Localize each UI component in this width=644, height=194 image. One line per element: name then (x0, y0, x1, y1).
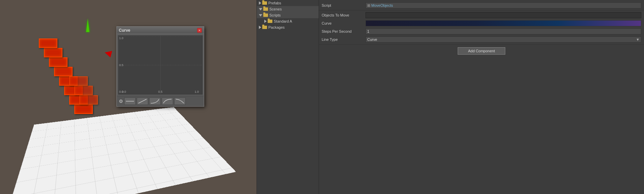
y-label-mid: 0.5 (119, 63, 124, 67)
divider-2 (319, 44, 644, 45)
script-name: MoveObjects (371, 3, 393, 7)
folder-icon-scenes (263, 7, 268, 11)
inspector-panel: Script ⊞ MoveObjects Objects To Move Cur… (319, 0, 644, 194)
script-label: Script (322, 3, 366, 7)
x-label-left: 0.0 (122, 90, 126, 93)
project-item-scenes[interactable]: Scenes (257, 6, 319, 12)
preset-ease-in-button[interactable] (149, 98, 161, 105)
collapse-icon-prefabs (259, 1, 261, 5)
x-label-right: 1.0 (194, 90, 199, 93)
curve-y-labels: 1.0 0.5 0.0 (119, 36, 124, 94)
folder-icon-standard (268, 20, 272, 23)
preset-flat-button[interactable] (124, 98, 136, 105)
line-type-text: Curve (367, 37, 377, 41)
project-label-prefabs: Prefabs (268, 1, 281, 5)
block-10 (74, 86, 93, 95)
expand-icon-scenes (259, 8, 262, 10)
curve-graph-area[interactable]: 1.0 0.5 0.0 0.0 0.5 1.0 (118, 35, 203, 94)
curve-x-labels: 0.0 0.5 1.0 (122, 90, 199, 94)
objects-row: Objects To Move (319, 11, 644, 19)
curve-row: Curve (319, 19, 644, 27)
curve-grid (118, 36, 202, 94)
floor-grid (4, 107, 236, 194)
preset-ease-out-button[interactable] (162, 98, 173, 105)
block-11 (69, 76, 88, 86)
block-8 (39, 38, 57, 48)
line-type-row: Line Type Curve ▼ (319, 35, 644, 44)
preset-rise-button[interactable] (137, 98, 148, 105)
block-9 (79, 95, 98, 105)
script-value[interactable]: ⊞ MoveObjects (366, 2, 641, 8)
project-label-scenes: Scenes (269, 7, 282, 11)
dropdown-arrow-icon: ▼ (636, 37, 640, 41)
folder-icon-scripts (263, 13, 268, 17)
collapse-icon-packages (259, 26, 261, 29)
move-handle-y[interactable] (86, 19, 89, 32)
divider-1 (319, 10, 644, 10)
project-item-standard[interactable]: Standard A (257, 18, 319, 24)
line-type-value[interactable]: Curve ▼ (366, 36, 641, 43)
folder-icon-packages (262, 26, 267, 29)
project-label-scripts: Scripts (269, 13, 281, 17)
stair-blocks (41, 7, 115, 135)
block-6 (49, 57, 68, 67)
block-1 (74, 105, 93, 114)
curve-presets-bar: ⚙ (117, 96, 204, 106)
y-label-top: 1.0 (119, 36, 124, 40)
curve-titlebar: Curve × (117, 27, 204, 34)
script-link-arrow: ⊞ (367, 3, 370, 8)
viewport-floor (4, 107, 236, 194)
project-item-prefabs[interactable]: Prefabs (257, 0, 319, 6)
block-7 (44, 48, 62, 57)
steps-label: Steps Per Second (322, 29, 366, 33)
steps-value[interactable]: 1 (366, 28, 641, 34)
objects-label: Objects To Move (322, 13, 366, 17)
expand-icon-scripts (259, 14, 262, 17)
steps-number: 1 (367, 29, 369, 33)
preset-fall-button[interactable] (174, 98, 186, 105)
block-5 (54, 67, 73, 76)
line-type-label: Line Type (322, 37, 366, 41)
project-panel: Prefabs Scenes Scripts Standard A Packag… (257, 0, 319, 194)
curve-preview[interactable] (366, 20, 641, 26)
svg-line-1 (138, 99, 146, 103)
project-item-packages[interactable]: Packages (257, 24, 319, 30)
curve-settings-icon[interactable]: ⚙ (119, 99, 123, 104)
project-label-standard: Standard A (274, 19, 292, 23)
curve-dialog-title: Curve (119, 28, 130, 33)
viewport[interactable]: Curve × 1.0 0.5 0.0 0.0 0.5 1.0 ⚙ (0, 0, 257, 194)
script-row: Script ⊞ MoveObjects (319, 1, 644, 9)
add-component-button[interactable]: Add Component (458, 47, 506, 55)
collapse-icon-standard (264, 20, 267, 23)
folder-icon-prefabs (262, 1, 267, 5)
project-label-packages: Packages (268, 25, 285, 29)
steps-row: Steps Per Second 1 (319, 27, 644, 35)
objects-value[interactable] (366, 12, 641, 18)
curve-dialog[interactable]: Curve × 1.0 0.5 0.0 0.0 0.5 1.0 ⚙ (116, 26, 204, 107)
curve-label: Curve (322, 21, 366, 25)
x-label-mid: 0.5 (158, 90, 163, 93)
project-item-scripts[interactable]: Scripts (257, 12, 319, 18)
curve-close-button[interactable]: × (197, 28, 202, 33)
